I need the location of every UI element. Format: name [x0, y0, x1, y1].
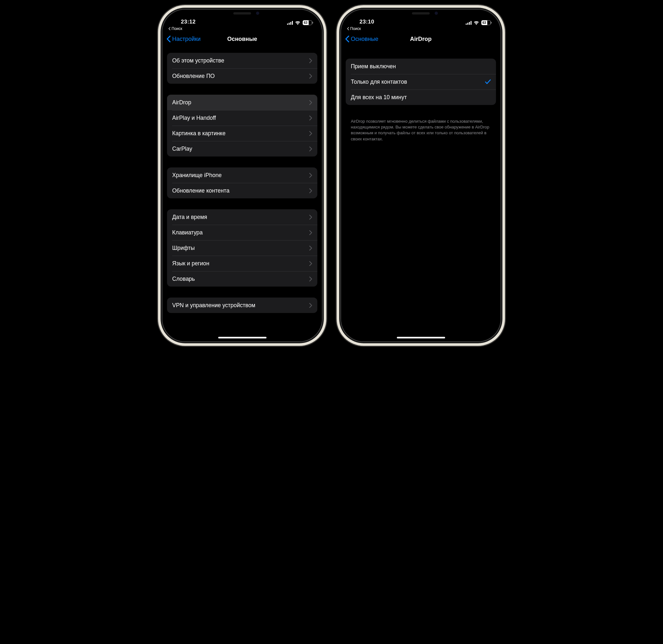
- breadcrumb-back-to-search[interactable]: Поиск: [341, 26, 501, 31]
- row-label: Дата и время: [172, 214, 207, 221]
- row-label: CarPlay: [172, 146, 192, 152]
- nav-title: AirDrop: [410, 36, 432, 43]
- airdrop-options-group: Прием выключен Только для контактов Для …: [346, 59, 496, 105]
- row-label: Обновление ПО: [172, 73, 215, 80]
- row-about-device[interactable]: Об этом устройстве: [167, 53, 317, 68]
- breadcrumb-back-to-search[interactable]: Поиск: [162, 26, 322, 31]
- row-label: AirPlay и Handoff: [172, 115, 216, 121]
- svg-rect-1: [289, 23, 290, 25]
- row-label: Об этом устройстве: [172, 57, 224, 64]
- airdrop-description: AirDrop позволяет мгновенно делиться фай…: [346, 116, 496, 142]
- option-label: Для всех на 10 минут: [351, 94, 407, 101]
- row-dictionary[interactable]: Словарь: [167, 271, 317, 287]
- chevron-right-icon: [309, 215, 312, 220]
- settings-group-1: AirDrop AirPlay и Handoff Картинка в кар…: [167, 95, 317, 156]
- wifi-icon: [295, 21, 301, 25]
- row-label: Обновление контента: [172, 187, 229, 194]
- option-contacts-only[interactable]: Только для контактов: [346, 74, 496, 90]
- option-label: Прием выключен: [351, 63, 396, 70]
- screen: 23:10 63 Поиск Основные AirDrop: [341, 10, 501, 341]
- status-time: 23:12: [172, 19, 204, 25]
- row-label: Словарь: [172, 275, 195, 282]
- chevron-right-icon: [309, 147, 312, 151]
- breadcrumb-label: Поиск: [172, 26, 182, 31]
- home-indicator[interactable]: [397, 337, 445, 338]
- nav-back-label: Настройки: [172, 36, 201, 43]
- settings-group-4: VPN и управление устройством: [167, 297, 317, 313]
- row-background-refresh[interactable]: Обновление контента: [167, 183, 317, 198]
- svg-rect-0: [287, 23, 288, 25]
- row-label: Клавиатура: [172, 229, 203, 236]
- svg-rect-2: [290, 22, 291, 25]
- wifi-icon: [474, 21, 479, 25]
- option-everyone-10min[interactable]: Для всех на 10 минут: [346, 90, 496, 105]
- row-date-time[interactable]: Дата и время: [167, 209, 317, 225]
- status-time: 23:10: [351, 19, 383, 25]
- notch: [386, 10, 455, 21]
- row-airplay-handoff[interactable]: AirPlay и Handoff: [167, 110, 317, 126]
- chevron-right-icon: [309, 173, 312, 178]
- row-airdrop[interactable]: AirDrop: [167, 95, 317, 110]
- chevron-right-icon: [309, 246, 312, 250]
- svg-rect-4: [466, 23, 467, 25]
- battery-level: 63: [304, 21, 307, 24]
- home-indicator[interactable]: [218, 337, 267, 338]
- nav-back-button[interactable]: Основные: [345, 36, 378, 43]
- settings-group-2: Хранилище iPhone Обновление контента: [167, 168, 317, 198]
- screen: 23:12 63 Поиск Настройки Основные: [162, 10, 322, 341]
- row-fonts[interactable]: Шрифты: [167, 240, 317, 256]
- cellular-signal-icon: [287, 21, 293, 25]
- battery-icon: 63: [302, 20, 312, 25]
- battery-icon: 63: [481, 20, 491, 25]
- nav-bar: Основные AirDrop: [341, 31, 501, 47]
- settings-group-3: Дата и время Клавиатура Шрифты Язык и ре…: [167, 209, 317, 287]
- row-label: AirDrop: [172, 99, 191, 106]
- phone-general-settings: 23:12 63 Поиск Настройки Основные: [162, 10, 322, 341]
- airdrop-content[interactable]: Прием выключен Только для контактов Для …: [341, 47, 501, 341]
- option-receiving-off[interactable]: Прием выключен: [346, 59, 496, 74]
- row-keyboard[interactable]: Клавиатура: [167, 225, 317, 240]
- row-label: Шрифты: [172, 245, 195, 251]
- chevron-right-icon: [309, 261, 312, 266]
- cellular-signal-icon: [466, 21, 472, 25]
- row-picture-in-picture[interactable]: Картинка в картинке: [167, 126, 317, 141]
- settings-group-0: Об этом устройстве Обновление ПО: [167, 53, 317, 84]
- chevron-right-icon: [309, 276, 312, 282]
- chevron-right-icon: [309, 230, 312, 235]
- battery-level: 63: [482, 21, 486, 24]
- row-language-region[interactable]: Язык и регион: [167, 256, 317, 271]
- nav-back-label: Основные: [351, 36, 378, 43]
- chevron-right-icon: [309, 100, 312, 105]
- row-label: Язык и регион: [172, 260, 209, 267]
- chevron-right-icon: [309, 74, 312, 79]
- svg-rect-7: [471, 21, 472, 25]
- row-software-update[interactable]: Обновление ПО: [167, 68, 317, 84]
- settings-content[interactable]: Об этом устройстве Обновление ПО AirDrop…: [162, 47, 322, 341]
- row-vpn-management[interactable]: VPN и управление устройством: [167, 297, 317, 313]
- row-label: Картинка в картинке: [172, 130, 226, 137]
- row-label: VPN и управление устройством: [172, 302, 255, 309]
- option-label: Только для контактов: [351, 79, 407, 85]
- breadcrumb-label: Поиск: [350, 26, 361, 31]
- nav-back-button[interactable]: Настройки: [166, 36, 201, 43]
- checkmark-icon: [485, 79, 491, 84]
- chevron-right-icon: [309, 58, 312, 63]
- row-iphone-storage[interactable]: Хранилище iPhone: [167, 168, 317, 183]
- nav-bar: Настройки Основные: [162, 31, 322, 47]
- row-carplay[interactable]: CarPlay: [167, 141, 317, 156]
- svg-rect-3: [292, 21, 293, 25]
- svg-rect-6: [469, 22, 470, 25]
- phone-airdrop-settings: 23:10 63 Поиск Основные AirDrop: [341, 10, 501, 341]
- chevron-right-icon: [309, 116, 312, 120]
- status-icons: 63: [280, 20, 312, 25]
- nav-title: Основные: [227, 36, 257, 43]
- svg-rect-5: [467, 23, 468, 25]
- chevron-right-icon: [309, 131, 312, 136]
- chevron-right-icon: [309, 188, 312, 193]
- notch: [208, 10, 277, 21]
- chevron-right-icon: [309, 303, 312, 308]
- status-icons: 63: [459, 20, 491, 25]
- row-label: Хранилище iPhone: [172, 172, 222, 179]
